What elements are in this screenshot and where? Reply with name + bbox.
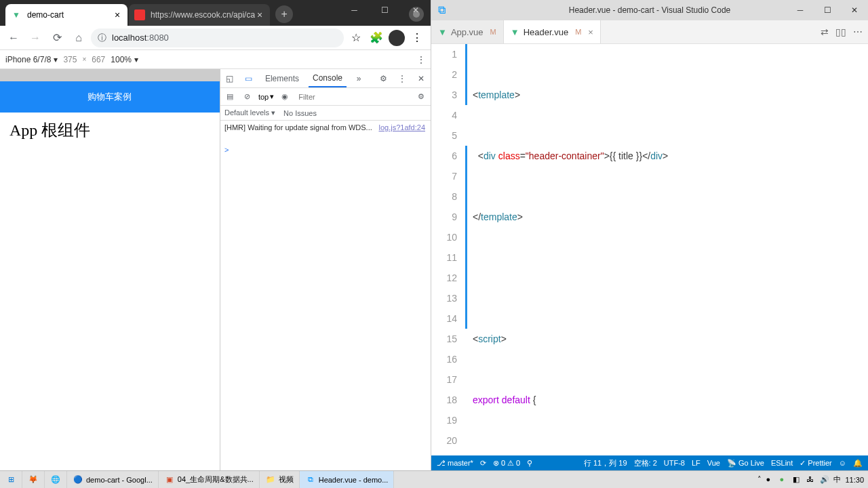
site-favicon	[134, 9, 145, 20]
tray-icon[interactable]: ●	[779, 475, 789, 485]
menu-icon[interactable]: ⋮	[408, 28, 427, 47]
tray-icon[interactable]: ●	[766, 475, 775, 485]
bookmark-icon[interactable]: ☆	[347, 28, 366, 47]
device-toolbar: iPhone 6/7/8 ▾ 375 × 667 100% ▾ ⋮	[0, 50, 431, 69]
port-icon[interactable]: ⚲	[527, 459, 532, 468]
editor-tabs: ▼ App.vue M ▼ Header.vue M × ⇄ ▯▯ ⋯	[431, 20, 868, 44]
more-tabs-icon[interactable]: »	[352, 72, 366, 85]
devtools-menu-icon[interactable]: ⋮	[395, 72, 409, 85]
notifications-icon[interactable]: 🔔	[853, 459, 863, 468]
editor-tab-header[interactable]: ▼ Header.vue M ×	[504, 20, 601, 43]
taskbar-powerpoint[interactable]: ▣04_生命周期&数据共...	[159, 471, 260, 488]
compare-icon[interactable]: ⇄	[821, 26, 829, 37]
minimize-button[interactable]: ─	[339, 0, 370, 20]
close-button[interactable]: ✕	[400, 0, 431, 20]
close-button[interactable]: ✕	[841, 0, 868, 20]
close-icon[interactable]: ×	[588, 27, 593, 37]
taskbar-app[interactable]: 🌐	[45, 471, 67, 488]
address-bar[interactable]: ⓘ localhost:8080	[91, 28, 344, 47]
go-live-button[interactable]: 📡Go Live	[727, 459, 764, 468]
sync-button[interactable]: ⟳	[480, 459, 486, 468]
broadcast-icon: 📡	[727, 459, 736, 468]
start-button[interactable]: ⊞	[0, 471, 22, 488]
git-branch[interactable]: ⎇master*	[437, 459, 473, 468]
browser-tab-active[interactable]: ▼ demo-cart ×	[5, 4, 127, 26]
issues-label[interactable]: No Issues	[283, 109, 317, 117]
context-select[interactable]: top ▾	[258, 92, 274, 101]
device-toggle-icon[interactable]: ▭	[242, 72, 256, 85]
device-height[interactable]: 667	[92, 55, 105, 64]
filter-settings-icon[interactable]: ⚙	[414, 90, 428, 104]
home-button[interactable]: ⌂	[69, 28, 88, 47]
editor-tab-app[interactable]: ▼ App.vue M	[431, 20, 504, 43]
volume-icon[interactable]: 🔊	[820, 475, 829, 485]
vue-icon: ▼	[438, 27, 447, 37]
code-editor[interactable]: 123456789101112131415161718192021 <templ…	[431, 44, 868, 455]
forward-button[interactable]: →	[26, 28, 45, 47]
split-editor-icon[interactable]: ▯▯	[835, 26, 846, 37]
close-icon[interactable]: ×	[113, 10, 122, 20]
tab-console[interactable]: Console	[309, 69, 347, 87]
maximize-button[interactable]: ☐	[370, 0, 400, 20]
console-output[interactable]: [HMR] Waiting for update signal from WDS…	[220, 121, 431, 470]
back-button[interactable]: ←	[4, 28, 23, 47]
device-width[interactable]: 375	[63, 55, 77, 64]
clock[interactable]: 11:30	[845, 476, 864, 484]
indent-setting[interactable]: 空格: 2	[634, 458, 657, 468]
maximize-button[interactable]: ☐	[814, 0, 841, 20]
taskbar-chrome[interactable]: 🔵demo-cart - Googl...	[67, 471, 159, 488]
tray-expand-icon[interactable]: ˄	[757, 475, 762, 484]
hmr-message: [HMR] Waiting for update signal from WDS…	[224, 123, 372, 131]
eol[interactable]: LF	[692, 459, 701, 467]
taskbar-folder[interactable]: 📁视频	[260, 471, 300, 488]
line-gutter: 123456789101112131415161718192021	[431, 44, 465, 455]
eslint-status[interactable]: ESLint	[771, 459, 793, 467]
reload-button[interactable]: ⟳	[47, 28, 66, 47]
ppt-icon: ▣	[164, 474, 175, 485]
modified-indicator: M	[490, 28, 496, 36]
cursor-position[interactable]: 行 11，列 19	[584, 458, 627, 468]
devtools-panel: ◱ ▭ Elements Console » ⚙ ⋮ ✕ ▤ ⊘ top ▾	[220, 69, 431, 470]
problems-indicator[interactable]: ⊗0 ⚠0	[493, 459, 520, 468]
feedback-icon[interactable]: ☺	[839, 459, 846, 467]
taskbar-label: 04_生命周期&数据共...	[178, 474, 254, 485]
device-menu-icon[interactable]: ⋮	[412, 50, 431, 69]
extensions-icon[interactable]: 🧩	[367, 28, 386, 47]
console-source-link[interactable]: log.js?1afd:24	[379, 123, 426, 131]
vue-icon: ▼	[511, 27, 519, 37]
filter-input[interactable]	[298, 93, 410, 101]
eye-icon[interactable]: ◉	[278, 90, 292, 104]
console-prompt[interactable]: >	[224, 146, 427, 154]
taskbar-vscode[interactable]: ⧉Header.vue - demo...	[300, 471, 395, 488]
encoding[interactable]: UTF-8	[664, 459, 685, 467]
clear-console-icon[interactable]: ⊘	[241, 90, 254, 104]
vscode-icon: ⧉	[305, 474, 316, 485]
device-name: iPhone 6/7/8	[5, 55, 51, 64]
settings-icon[interactable]: ⚙	[376, 72, 390, 85]
network-icon[interactable]: 🖧	[806, 475, 816, 485]
more-actions-icon[interactable]: ⋯	[853, 26, 863, 37]
sidebar-toggle-icon[interactable]: ▤	[223, 90, 237, 104]
ime-indicator[interactable]: 中	[833, 474, 841, 485]
tab-elements[interactable]: Elements	[261, 69, 303, 87]
levels-select[interactable]: Default levels ▾	[224, 108, 275, 117]
close-icon[interactable]: ×	[255, 10, 264, 20]
prettier-status[interactable]: ✓Prettier	[800, 459, 831, 468]
new-tab-button[interactable]: +	[275, 5, 293, 23]
avatar[interactable]	[387, 28, 406, 47]
url-host: localhost	[112, 33, 146, 43]
minimize-button[interactable]: ─	[787, 0, 814, 20]
tab-title: demo-cart	[27, 10, 113, 20]
code-content[interactable]: <template> <div class="header-container"…	[467, 44, 868, 455]
taskbar-app[interactable]: 🦊	[22, 471, 45, 488]
zoom-select[interactable]: 100% ▾	[111, 55, 138, 64]
windows-icon: ⊞	[5, 474, 16, 485]
tray-icon[interactable]: ◧	[793, 475, 802, 485]
device-select[interactable]: iPhone 6/7/8 ▾	[5, 55, 58, 64]
branch-icon: ⎇	[437, 459, 446, 468]
browser-tab-inactive[interactable]: https://www.escook.cn/api/ca ×	[129, 4, 270, 26]
language-mode[interactable]: Vue	[707, 459, 720, 467]
edge-icon: 🌐	[50, 474, 61, 485]
devtools-close-icon[interactable]: ✕	[414, 72, 428, 85]
inspect-icon[interactable]: ◱	[223, 72, 237, 85]
